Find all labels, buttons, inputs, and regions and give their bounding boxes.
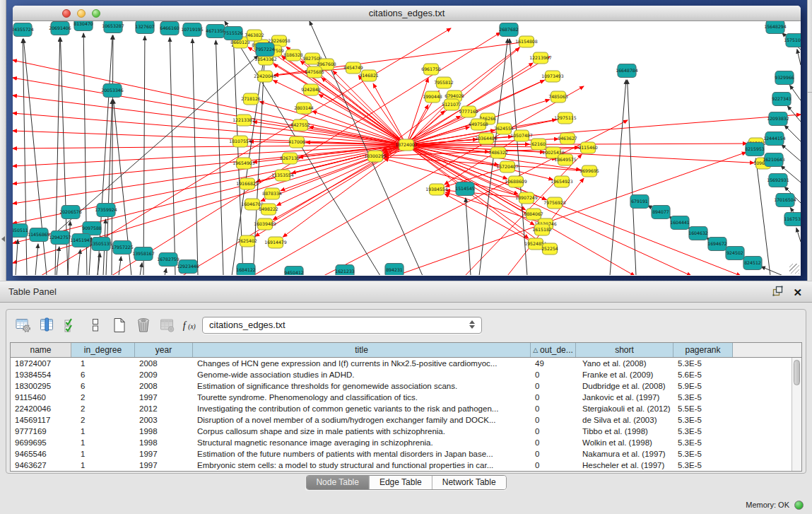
cell-in_degree[interactable]: 2	[71, 414, 135, 426]
table-row[interactable]: 946554611997Estimation of the future num…	[11, 448, 792, 460]
graph-node[interactable]: 8215953	[745, 143, 765, 156]
table-row[interactable]: 1456911722003Disruption of a novel membe…	[11, 414, 792, 426]
graph-node[interactable]: 7625402	[237, 235, 257, 247]
cell-pagerank[interactable]: 5.3E-5	[673, 392, 733, 403]
graph-node[interactable]: 12923446	[177, 260, 199, 274]
graph-node[interactable]: 9699695	[579, 165, 599, 177]
graph-node[interactable]: 924502	[726, 247, 744, 260]
graph-node[interactable]: 9329966	[775, 71, 794, 85]
graph-node[interactable]: 7486322	[488, 147, 508, 158]
graph-node[interactable]: 6466160	[160, 22, 180, 35]
graph-node[interactable]: 62160	[531, 139, 546, 150]
graph-node[interactable]: 8130470	[73, 21, 93, 31]
graph-node[interactable]: 1167533	[784, 213, 801, 226]
graph-node[interactable]: 12213967	[529, 52, 552, 64]
cell-short[interactable]: Stergiakouli et al. (2012)	[576, 403, 673, 414]
graph-node[interactable]: 7515526	[223, 27, 243, 40]
column-header-name[interactable]: name	[11, 343, 71, 357]
graph-node[interactable]: 9115460	[578, 142, 598, 153]
cell-short[interactable]: Tibbo et al. (1998)	[576, 426, 673, 437]
function-builder-button[interactable]: f(x)	[182, 315, 201, 335]
graph-edge[interactable]	[112, 35, 113, 275]
graph-node[interactable]: 894231	[385, 264, 404, 276]
graph-edge[interactable]	[35, 244, 38, 275]
graph-node[interactable]: 7463822	[245, 30, 264, 41]
cell-title[interactable]: Estimation of significance thresholds fo…	[193, 380, 531, 392]
network-view[interactable]: 1872400786601238912954232260589827509105…	[13, 21, 801, 275]
graph-node[interactable]: 8186328	[283, 49, 303, 61]
table-row[interactable]: 969969511998Structural magnetic resonanc…	[11, 437, 792, 448]
graph-node[interactable]: 24355724	[13, 23, 34, 37]
cell-name[interactable]: 9463627	[11, 460, 71, 471]
graph-edge[interactable]	[510, 39, 527, 275]
delete-column-button[interactable]	[134, 315, 153, 335]
citation-graph[interactable]: 1872400786601238912954232260589827509105…	[13, 21, 801, 275]
graph-node[interactable]: 18107554	[229, 136, 252, 147]
cell-pagerank[interactable]: 5.5E-5	[673, 403, 733, 414]
graph-node[interactable]: 2687682	[499, 23, 519, 37]
graph-node[interactable]: 7955812	[434, 77, 454, 88]
graph-node[interactable]: 1990448	[423, 91, 442, 103]
graph-node[interactable]: 1684122	[236, 264, 256, 276]
table-mode-button[interactable]	[13, 315, 33, 335]
table-row[interactable]: 911546021997Tourette syndrome. Phenomeno…	[11, 392, 792, 403]
graph-node[interactable]: 7485063	[548, 91, 568, 103]
graph-node[interactable]: 11456869	[28, 228, 50, 242]
resize-grip-icon[interactable]	[789, 264, 799, 274]
cell-year[interactable]: 2009	[135, 369, 193, 380]
cell-pagerank[interactable]: 5.3E-5	[673, 414, 733, 426]
graph-edge[interactable]	[140, 263, 142, 275]
graph-node[interactable]: 16210643	[763, 153, 785, 167]
graph-edge[interactable]	[790, 86, 801, 100]
cell-year[interactable]: 1997	[135, 392, 193, 403]
graph-edge[interactable]	[23, 39, 27, 275]
graph-node[interactable]: 1604441	[670, 216, 690, 230]
graph-node[interactable]: 22420046	[254, 71, 276, 82]
graph-edge[interactable]	[610, 80, 626, 275]
graph-node[interactable]: 20053346	[101, 84, 124, 98]
graph-node[interactable]: 12942757	[49, 231, 71, 245]
graph-node[interactable]: 8878334	[262, 188, 282, 199]
table-header-row[interactable]: namein_degreeyeartitle△out_de...shortpag…	[11, 343, 801, 358]
cell-in_degree[interactable]: 1	[71, 460, 135, 471]
cell-name[interactable]: 14569117	[11, 414, 71, 426]
cell-short[interactable]: Hescheler et al. (1997)	[576, 460, 673, 471]
graph-node[interactable]: 9242848	[301, 84, 321, 95]
graph-node[interactable]: 824512	[743, 257, 762, 270]
graph-edge[interactable]	[165, 269, 166, 275]
graph-node[interactable]: 15751074	[784, 34, 801, 47]
graph-node[interactable]: 17016504	[774, 194, 796, 207]
table-row[interactable]: 946362711997Embryonic stem cells: a mode…	[11, 460, 792, 471]
graph-node[interactable]: 252254	[541, 243, 558, 255]
network-window-titlebar[interactable]: citations_edges.txt	[13, 6, 801, 21]
graph-node[interactable]: 1621233	[335, 265, 355, 276]
table-row[interactable]: 2242004622012Investigating the contribut…	[11, 403, 792, 414]
table-row[interactable]: 1938455462009Genome-wide association stu…	[11, 369, 792, 380]
float-window-icon[interactable]	[772, 286, 783, 299]
graph-node[interactable]: 10719195	[181, 23, 204, 37]
tab-edge-table[interactable]: Edge Table	[370, 476, 433, 489]
graph-node[interactable]: 20691406	[49, 22, 71, 35]
cell-title[interactable]: Estimation of the future numbers of pati…	[193, 448, 531, 460]
graph-edge[interactable]	[253, 122, 406, 145]
cell-out_de[interactable]: 0	[531, 369, 576, 380]
graph-edge[interactable]	[269, 50, 406, 145]
graph-node[interactable]: 79756928	[543, 197, 566, 209]
cell-in_degree[interactable]: 1	[71, 448, 135, 460]
network-window[interactable]: citations_edges.txt 18724007866012389129…	[13, 6, 801, 276]
graph-edge[interactable]	[796, 228, 801, 242]
graph-edge[interactable]	[119, 257, 121, 275]
cell-out_de[interactable]: 0	[531, 426, 576, 437]
graph-node[interactable]: 8498222	[259, 204, 278, 215]
table-row[interactable]: 977716911998Corpus callosum shape and si…	[11, 426, 792, 437]
graph-node[interactable]: 16039489	[254, 218, 276, 230]
graph-edge[interactable]	[322, 78, 406, 145]
column-header-pagerank[interactable]: pagerank	[673, 343, 733, 357]
cell-pagerank[interactable]: 5.3E-5	[673, 358, 733, 369]
graph-node[interactable]: 9777169	[459, 106, 478, 117]
graph-edge[interactable]	[192, 39, 198, 275]
graph-edge[interactable]	[358, 76, 406, 145]
graph-node[interactable]: 10688609	[505, 176, 527, 187]
cell-year[interactable]: 2008	[135, 380, 193, 392]
graph-edge[interactable]	[396, 152, 746, 275]
